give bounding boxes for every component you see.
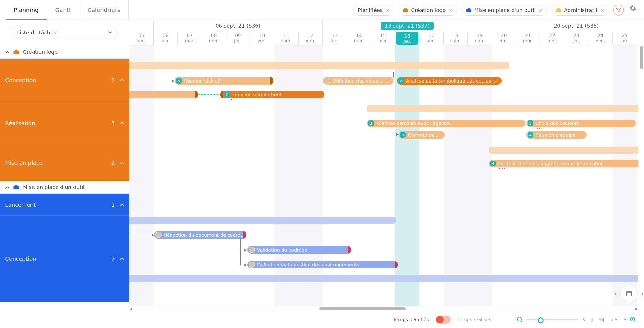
project-header-creation-logo[interactable]: Création logo (0, 45, 129, 59)
section-row[interactable]: Réalisation 5 (0, 102, 129, 145)
project-name: Création logo (23, 49, 58, 55)
chevron-left-icon[interactable]: ‹ (614, 290, 617, 297)
horizontal-scrollbar[interactable]: ◂ ▸ (129, 306, 638, 311)
svg-rect-5 (557, 8, 560, 9)
summary-bar[interactable] (129, 275, 638, 282)
section-count: 5 (111, 120, 115, 126)
day-column: 12dim. (299, 32, 323, 45)
week-header-current: 13 sept. 21 (S37) (323, 20, 492, 32)
svg-rect-4 (556, 9, 561, 12)
toggle-label-realized: Temps réalisés (458, 317, 491, 322)
briefcase-icon (13, 185, 19, 189)
day-column: 24ven. (588, 32, 613, 45)
badge-count: 3 (400, 132, 406, 138)
time-toggle[interactable] (436, 316, 451, 324)
section-count: 7 (111, 77, 115, 83)
tab-gantt[interactable]: Gantt (47, 0, 79, 20)
task-bar[interactable]: Validation du cadrage (247, 246, 351, 254)
filter-chip-mise-outil[interactable]: Mise en place d'un outil × (462, 5, 547, 16)
section-count: 7 (111, 256, 115, 262)
grouping-select[interactable]: Liste de tâches (12, 27, 118, 39)
task-label: Transmission du brief (232, 92, 281, 97)
task-bar[interactable] (129, 91, 198, 98)
svg-rect-6 (13, 51, 19, 54)
section-row[interactable]: Conception 7 (0, 216, 129, 302)
chevron-down-icon (108, 31, 112, 34)
task-bar[interactable]: 3 Réunion kick off (175, 77, 273, 85)
section-row[interactable]: Mise en place 2 (0, 145, 129, 181)
settings-button[interactable] (629, 5, 637, 15)
task-bar[interactable]: 3 Commande... (399, 131, 445, 139)
briefcase-icon (13, 50, 19, 54)
chevron-up-icon[interactable] (120, 122, 124, 125)
chip-label: Administratif (564, 7, 597, 13)
task-label: Définition de la gestion des environneme… (257, 262, 359, 268)
day-column: 16jeu. (396, 32, 419, 45)
day-column: 05dim. (129, 32, 154, 45)
scrollbar-thumb[interactable] (319, 307, 406, 310)
chevron-up-icon[interactable] (5, 51, 9, 53)
briefcase-icon (403, 8, 408, 12)
close-icon[interactable]: × (600, 7, 605, 13)
close-icon[interactable]: × (385, 7, 390, 13)
day-column: 10ven. (250, 32, 274, 45)
task-bar[interactable]: 2 Point de parcours avec l'agence (367, 120, 525, 127)
filter-chip-creation-logo[interactable]: Création logo × (399, 5, 457, 16)
day-column: 17ven. (419, 32, 444, 45)
chevron-up-icon[interactable] (120, 257, 124, 260)
summary-bar[interactable] (489, 147, 638, 154)
day-column: 22mer. (540, 32, 564, 45)
day-column: 25sam. (613, 32, 637, 45)
chevron-right-icon[interactable]: › (641, 290, 644, 297)
task-label: Réunion d'équipe (536, 132, 576, 138)
section-label: Conception (5, 77, 36, 83)
svg-rect-9 (15, 185, 18, 186)
filter-chip-administratif[interactable]: Administratif × (552, 5, 609, 16)
tab-planning[interactable]: Planning (6, 0, 47, 20)
day-column: 15mer. (371, 32, 395, 45)
zoom-in-icon[interactable] (630, 316, 637, 323)
project-header-mise-outil[interactable]: Mise en place d'un outil (0, 181, 129, 194)
close-icon[interactable]: × (449, 7, 453, 13)
task-bar[interactable]: 4 Identification des supports de communi… (489, 160, 638, 167)
zoom-out-icon[interactable] (517, 316, 523, 323)
chevron-up-icon[interactable] (120, 79, 124, 82)
section-row[interactable]: Conception 7 (0, 59, 129, 102)
vertical-scrollbar[interactable] (639, 46, 643, 305)
filter-chip-planifiees[interactable]: Planifiées × (353, 5, 394, 16)
chip-label: Mise en place d'un outil (474, 7, 536, 13)
task-bar[interactable]: Définition de la gestion des environneme… (247, 261, 398, 268)
week-header: 20 sept. 21 (S38) (492, 20, 644, 32)
chevron-up-icon[interactable] (120, 203, 124, 206)
scrollbar-thumb[interactable] (640, 46, 643, 69)
task-bar[interactable]: 2 Analyse de la symbolique des couleurs (397, 77, 502, 85)
date-navigator[interactable]: ‹ › (620, 285, 638, 302)
zoom-label: 4 H (611, 317, 618, 322)
task-bar[interactable]: 2 Transmission du brief (220, 91, 324, 98)
zoom-slider[interactable] (526, 319, 578, 320)
task-bar[interactable]: Définition des valeurs ... (323, 77, 393, 85)
section-row[interactable]: Lancement 1 (0, 194, 129, 216)
task-bar[interactable]: Rédaction du document de cadrage (154, 231, 246, 239)
summary-bar[interactable] (367, 105, 638, 112)
task-bar[interactable]: 4 Réunion d'équipe (526, 131, 587, 139)
avatar-icon (324, 78, 330, 84)
chevron-up-icon[interactable] (120, 161, 124, 164)
summary-bar[interactable] (129, 62, 509, 69)
tab-calendriers[interactable]: Calendriers (79, 0, 129, 20)
chip-label: Création logo (411, 7, 446, 13)
day-column: 23jeu. (564, 32, 588, 45)
summary-bar[interactable] (129, 217, 396, 224)
day-column: 18sam. (444, 32, 468, 45)
day-column: 20lun. (492, 32, 516, 45)
svg-rect-7 (15, 50, 18, 51)
badge-count: 4 (490, 161, 496, 166)
task-label: Point de parcours avec l'agence (376, 121, 450, 126)
add-filter-button[interactable] (613, 5, 624, 16)
project-name: Mise en place d'un outil (23, 184, 84, 190)
chevron-up-icon[interactable] (5, 186, 9, 189)
day-column: 19dim. (468, 32, 492, 45)
task-bar[interactable]: 3 Choix des couleurs (526, 120, 636, 127)
close-icon[interactable]: × (538, 7, 543, 13)
svg-rect-1 (404, 8, 407, 9)
